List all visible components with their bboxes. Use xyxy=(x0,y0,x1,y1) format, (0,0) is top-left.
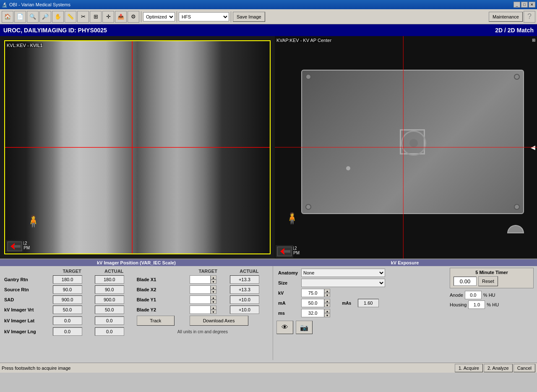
housing-label: Housing xyxy=(450,302,467,307)
bladex2-target-input[interactable] xyxy=(190,285,211,294)
ma-spinner-btns[interactable]: ▲ ▼ xyxy=(324,299,330,307)
cut-button[interactable]: ✂ xyxy=(77,11,89,23)
bladey2-spinner-btns[interactable]: ▲ ▼ xyxy=(211,306,216,314)
left-panel-label: KVL:KEV - KVIL1 xyxy=(7,43,43,48)
kv-table: Anatomy None Chest Pelvis Head Size xyxy=(276,268,387,318)
right-image-panel: KVAP:KEV - KV AP Center ⊞ ◀ xyxy=(275,36,537,259)
bladex2-down[interactable]: ▼ xyxy=(211,290,216,294)
download-axes-button[interactable]: Download Axes xyxy=(190,316,248,326)
kv-row: kV ▲ ▼ xyxy=(276,288,387,298)
bottom-panel: kV Imager Position (VAR_IEC Scale) kV Ex… xyxy=(0,259,537,363)
bladey1-target-spinner[interactable]: ▲ ▼ xyxy=(190,295,227,304)
bladey2-target-spinner[interactable]: ▲ ▼ xyxy=(190,306,227,314)
app-title: 🔬 OBI - Varian Medical Systems xyxy=(2,2,70,8)
kvlat-target: 0.0 xyxy=(53,316,82,325)
acquire-button[interactable]: 1. Acquire xyxy=(455,364,483,372)
ms-spinner[interactable]: ▲ ▼ xyxy=(301,309,339,317)
ms-up[interactable]: ▲ xyxy=(324,309,330,313)
size-select[interactable] xyxy=(301,279,385,287)
bladey1-up[interactable]: ▲ xyxy=(211,295,216,300)
camera-button[interactable]: 📷 xyxy=(296,321,313,334)
maintenance-button[interactable]: Maintenance xyxy=(489,12,523,22)
window-controls[interactable]: _ □ ✕ xyxy=(514,2,535,8)
bladex1-target-spinner[interactable]: ▲ ▼ xyxy=(190,275,227,284)
center-circle xyxy=(400,129,425,154)
mode-select[interactable]: Optimized Manual Auto xyxy=(143,12,175,21)
bladey1-target-input[interactable] xyxy=(190,295,211,304)
kv-spinner[interactable]: ▲ ▼ xyxy=(301,289,339,297)
bladex2-target-spinner[interactable]: ▲ ▼ xyxy=(190,285,227,294)
kv-down[interactable]: ▼ xyxy=(324,293,330,297)
screw-br xyxy=(514,204,520,210)
ma-spinner[interactable]: ▲ ▼ xyxy=(301,299,339,307)
bladex1-target-input[interactable] xyxy=(190,275,211,284)
ms-down[interactable]: ▼ xyxy=(324,313,330,317)
timer-row: 0.00 Reset xyxy=(454,276,530,286)
minimize-button[interactable]: _ xyxy=(514,2,520,8)
section-headers: kV Imager Position (VAR_IEC Scale) kV Ex… xyxy=(0,259,537,266)
measure-button[interactable]: 📏 xyxy=(65,11,76,23)
grid-button[interactable]: ⊞ xyxy=(90,11,102,23)
anode-input[interactable] xyxy=(465,291,482,299)
housing-unit: % HU xyxy=(487,302,499,307)
bladey2-up[interactable]: ▲ xyxy=(211,306,216,310)
eye-button[interactable]: 👁 xyxy=(276,321,293,334)
size-label: Size xyxy=(276,278,300,288)
export-button[interactable]: 📤 xyxy=(115,11,127,23)
kv-section-header: kV Exposure xyxy=(273,259,537,266)
gantry-target: 180.0 xyxy=(53,275,82,284)
zoom-out-button[interactable]: 🔎 xyxy=(39,11,51,23)
ma-input[interactable] xyxy=(301,299,324,307)
right-panel-label: KVAP:KEV - KV AP Center xyxy=(276,38,331,43)
bladex1-down[interactable]: ▼ xyxy=(211,280,216,284)
close-button[interactable]: ✕ xyxy=(529,2,535,8)
anatomy-select[interactable]: None Chest Pelvis Head xyxy=(301,269,385,277)
bladex1-spinner-btns[interactable]: ▲ ▼ xyxy=(211,275,216,284)
ma-down[interactable]: ▼ xyxy=(324,303,330,307)
bladex2-up[interactable]: ▲ xyxy=(211,285,216,290)
table-row: kV Imager Vrt 50.0 50.0 Blade Y2 ▲ ▼ xyxy=(3,305,270,315)
ma-up[interactable]: ▲ xyxy=(324,299,330,303)
ms-spinner-btns[interactable]: ▲ ▼ xyxy=(324,309,330,317)
analyze-button[interactable]: 2. Analyze xyxy=(484,364,513,372)
table-row: Gantry Rtn 180.0 180.0 Blade X1 ▲ ▼ xyxy=(3,274,270,285)
zoom-in-button[interactable]: 🔍 xyxy=(27,11,39,23)
target-col-2: TARGET xyxy=(188,268,228,274)
track-button[interactable]: Track xyxy=(137,316,175,326)
position-select[interactable]: HFS HFP FFS FFP xyxy=(179,12,229,21)
statusbar-buttons: 1. Acquire 2. Analyze Cancel xyxy=(455,364,535,372)
kv-spinner-btns[interactable]: ▲ ▼ xyxy=(324,289,330,297)
maximize-button[interactable]: □ xyxy=(521,2,528,8)
bladey2-down[interactable]: ▼ xyxy=(211,310,216,314)
table-row: kV Imager Lat 0.0 0.0 Track Download Axe… xyxy=(3,315,270,327)
titlebar: 🔬 OBI - Varian Medical Systems _ □ ✕ xyxy=(0,0,537,9)
crosshair-button[interactable]: ✛ xyxy=(102,11,114,23)
bladey2-target-input[interactable] xyxy=(190,306,211,314)
save-image-button[interactable]: Save Image xyxy=(233,12,265,22)
settings-button[interactable]: ⚙ xyxy=(128,11,139,23)
help-button[interactable]: ? xyxy=(524,11,535,23)
timer-title: 5 Minute Timer xyxy=(454,270,530,275)
kv-up[interactable]: ▲ xyxy=(324,289,330,293)
source-target: 90.0 xyxy=(53,285,82,294)
bladey1-down[interactable]: ▼ xyxy=(211,300,216,304)
kv-input[interactable] xyxy=(301,289,324,297)
ms-input[interactable] xyxy=(301,309,324,317)
bladex2-label: Blade X2 xyxy=(135,285,188,295)
svg-rect-21 xyxy=(14,245,21,248)
housing-input[interactable] xyxy=(468,301,485,309)
units-note: All units in cm and degrees xyxy=(177,329,228,334)
pan-button[interactable]: ✋ xyxy=(52,11,64,23)
bladey2-label: Blade Y2 xyxy=(135,305,188,315)
screw-tl xyxy=(305,74,311,80)
document-button[interactable]: 📄 xyxy=(14,11,26,23)
bladey1-spinner-btns[interactable]: ▲ ▼ xyxy=(211,295,216,304)
source-label: Source Rtn xyxy=(3,285,51,295)
bladex1-up[interactable]: ▲ xyxy=(211,275,216,280)
cancel-button[interactable]: Cancel xyxy=(514,364,535,372)
home-button[interactable]: 🏠 xyxy=(2,11,13,23)
timer-section: 5 Minute Timer 0.00 Reset Anode % HU Hou… xyxy=(450,268,534,358)
bladey2-actual: +10.0 xyxy=(230,306,259,314)
reset-button[interactable]: Reset xyxy=(478,276,498,286)
bladex2-spinner-btns[interactable]: ▲ ▼ xyxy=(211,285,216,294)
